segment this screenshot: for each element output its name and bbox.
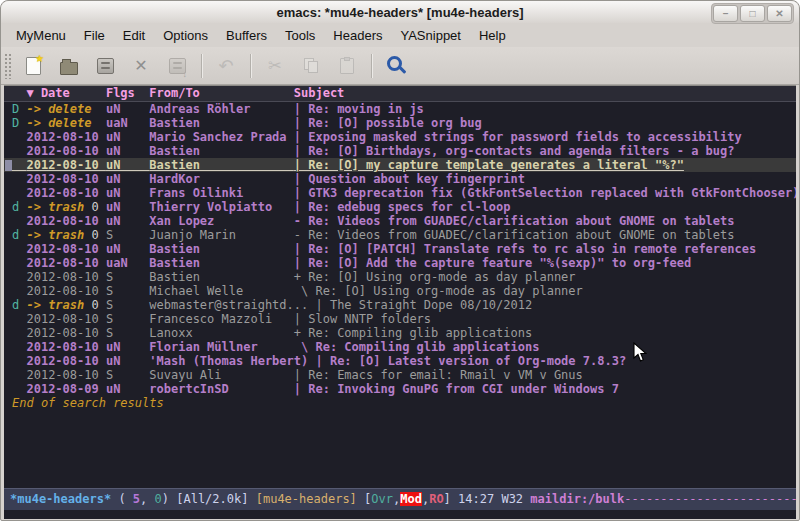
message-row[interactable]: 2012-08-10 S Lanoxx + Re: Compiling glib…: [4, 326, 796, 340]
message-flags: uN: [106, 144, 149, 158]
menu-item-help[interactable]: Help: [470, 25, 515, 46]
thread-mark-margin: [12, 172, 26, 186]
pad: [91, 116, 105, 130]
message-row[interactable]: 2012-08-09 uN robertcInSD | Re: Invoking…: [4, 382, 796, 396]
message-flags: S: [106, 228, 149, 242]
menu-item-tools[interactable]: Tools: [276, 25, 324, 46]
message-date: 2012-08-10: [26, 326, 105, 340]
thread-mark-margin: [12, 326, 26, 340]
message-flags: uaN: [106, 116, 149, 130]
echo-area[interactable]: [4, 510, 796, 519]
open-folder-icon[interactable]: [54, 52, 84, 80]
search-icon[interactable]: [381, 52, 411, 80]
message-subject: | GTK3 deprecation fix (GtkFontSelection…: [294, 186, 796, 200]
end-of-results: End of search results: [4, 396, 796, 410]
message-date: 2012-08-10: [26, 186, 105, 200]
message-row[interactable]: 2012-08-10 uaN Bastien | Re: [O] Add the…: [4, 256, 796, 270]
thread-mark-margin: d: [12, 200, 26, 214]
message-from: Mario Sanchez Prada: [149, 130, 294, 144]
menu-item-mymenu[interactable]: MyMenu: [7, 25, 75, 46]
menu-item-options[interactable]: Options: [154, 25, 217, 46]
message-row[interactable]: 2012-08-10 uN Frans Oilinki | GTK3 depre…: [4, 186, 796, 200]
new-file-icon[interactable]: ★: [18, 52, 48, 80]
mu4e-headers-buffer: ▼ Date Flgs From/To Subject D -> delete …: [4, 85, 796, 519]
save-buffer-icon[interactable]: [90, 52, 120, 80]
message-row[interactable]: d -> trash 0 S Juanjo Marin - Re: Videos…: [4, 228, 796, 242]
message-flags: S: [106, 368, 149, 382]
titlebar[interactable]: emacs: *mu4e-headers* [mu4e-headers] –□✕: [1, 1, 799, 23]
action-mark: -> delete: [26, 116, 91, 130]
pad: [99, 228, 106, 242]
menu-item-headers[interactable]: Headers: [324, 25, 391, 46]
toolbar-grip[interactable]: [4, 53, 11, 79]
buffer-empty-space: [4, 410, 796, 488]
close-button[interactable]: ✕: [767, 5, 792, 22]
message-from: Francesco Mazzoli: [149, 312, 294, 326]
message-row[interactable]: 2012-08-10 uN Florian Müllner \ Re: Comp…: [4, 340, 796, 354]
thread-mark-margin: [12, 256, 26, 270]
headers-column-row: ▼ Date Flgs From/To Subject: [4, 86, 796, 102]
message-row[interactable]: 2012-08-10 S Bastien + Re: [O] Using org…: [4, 270, 796, 284]
mode-line-segment: [: [357, 492, 371, 506]
message-flags: S: [106, 284, 149, 298]
message-row[interactable]: d -> trash 0 S webmaster@straightd... | …: [4, 298, 796, 312]
message-row[interactable]: 2012-08-10 S Suvayu Ali | Re: Emacs for …: [4, 368, 796, 382]
message-subject: | Re: [O] Birthdays, org-contacts and ag…: [294, 144, 735, 158]
copy-icon: [296, 52, 326, 80]
menu-item-file[interactable]: File: [75, 25, 114, 46]
message-row[interactable]: 2012-08-10 uN 'Mash (Thomas Herbert) | R…: [4, 354, 796, 368]
message-from: HardKor: [149, 172, 294, 186]
action-mark: -> trash: [26, 298, 84, 312]
message-flags: uaN: [106, 256, 149, 270]
message-from: Bastien: [149, 144, 294, 158]
message-date: 2012-08-10: [26, 130, 105, 144]
thread-mark-margin: [12, 144, 26, 158]
close-buffer-icon[interactable]: ✕: [126, 52, 156, 80]
message-subject: | Exposing masked strings for password f…: [294, 130, 742, 144]
message-row[interactable]: d -> trash 0 uN Thierry Volpiatto | Re: …: [4, 200, 796, 214]
minimize-button[interactable]: –: [713, 5, 738, 22]
text-cursor: [5, 160, 12, 171]
message-subject: | Re: moving in js: [294, 102, 424, 116]
mode-line-segment: [All/2.0k]: [176, 492, 255, 506]
message-row[interactable]: D -> delete uaN Bastien | Re: [O] possib…: [4, 116, 796, 130]
message-flags: uN: [106, 214, 149, 228]
message-subject: | Re: [O] [PATCH] Translate refs to rc a…: [294, 242, 756, 256]
message-row[interactable]: 2012-08-10 uN Bastien | Re: [O] my captu…: [4, 158, 796, 172]
menu-bar: MyMenuFileEditOptionsBuffersToolsHeaders…: [1, 23, 799, 47]
message-row[interactable]: D -> delete uN Andreas Röhler | Re: movi…: [4, 102, 796, 116]
message-from: Thierry Volpiatto: [149, 200, 294, 214]
message-subject: - Re: Videos from GUADEC/clarification a…: [294, 228, 735, 242]
menu-item-yasnippet[interactable]: YASnippet: [391, 25, 469, 46]
message-row[interactable]: 2012-08-10 uN Mario Sanchez Prada | Expo…: [4, 130, 796, 144]
mode-line-segment: ]: [444, 492, 458, 506]
mode-line-segment: Ovr: [371, 492, 393, 506]
undo-icon: ↶: [211, 52, 241, 80]
message-row[interactable]: 2012-08-10 uN Bastien | Re: [O] Birthday…: [4, 144, 796, 158]
message-flags: S: [106, 312, 149, 326]
message-row[interactable]: 2012-08-10 uN HardKor | Question about k…: [4, 172, 796, 186]
message-subject: | Re: [O] Latest version of Org-mode 7.8…: [315, 354, 626, 368]
message-subject: | Slow NNTP folders: [294, 312, 431, 326]
action-mark: -> trash: [26, 200, 84, 214]
message-flags: uN: [106, 158, 149, 172]
message-row[interactable]: 2012-08-10 uN Bastien | Re: [O] [PATCH] …: [4, 242, 796, 256]
menu-item-buffers[interactable]: Buffers: [217, 25, 276, 46]
message-date: 2012-08-10: [26, 270, 105, 284]
message-row[interactable]: 2012-08-10 S Michael Welle \ Re: [O] Usi…: [4, 284, 796, 298]
maximize-button[interactable]: □: [740, 5, 765, 22]
save-as-icon: ↓: [162, 52, 192, 80]
message-row[interactable]: 2012-08-10 uN Xan Lopez - Re: Videos fro…: [4, 214, 796, 228]
menu-item-edit[interactable]: Edit: [114, 25, 154, 46]
message-from: Frans Oilinki: [149, 186, 294, 200]
message-date: 2012-08-10: [26, 340, 105, 354]
mark-size: 0: [84, 228, 98, 242]
message-from: Andreas Röhler: [149, 102, 294, 116]
message-row[interactable]: 2012-08-10 S Francesco Mazzoli | Slow NN…: [4, 312, 796, 326]
message-flags: S: [106, 326, 149, 340]
message-subject: | Question about key fingerprint: [294, 172, 525, 186]
message-date: 2012-08-10: [26, 284, 105, 298]
message-subject: \ Re: [O] Using org-mode as day planner: [294, 284, 583, 298]
message-flags: uN: [106, 186, 149, 200]
message-subject: | Re: [O] Add the capture feature "%(sex…: [294, 256, 691, 270]
